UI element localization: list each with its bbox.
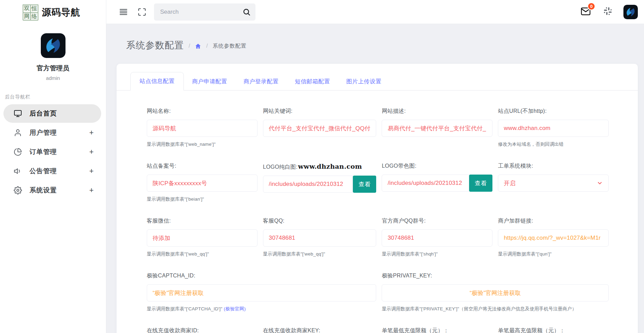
expand-plus-icon[interactable]: + xyxy=(89,186,94,195)
site-info-form: 网站名称: 源码导航 显示调用数据库表"['web_name']" 网站关键词:… xyxy=(117,91,638,333)
field-private-key: 极验PRIVATE_KEY: “极验”官网注册获取 显示调用数据库表"['PRI… xyxy=(382,272,609,312)
brand-logo: 双 恒 网 络 xyxy=(23,4,38,20)
mail-button[interactable]: 0 xyxy=(581,6,591,18)
field-group-link: 商户加群链接: https://jq.qq.com/?_wv=1027&k=M1… xyxy=(498,217,609,257)
group-link-input[interactable]: https://jq.qq.com/?_wv=1027&k=M1r xyxy=(498,229,609,247)
logo-color-input[interactable]: /includes/uploads/20210312 xyxy=(382,175,469,192)
service-wechat-input[interactable]: 待添加 xyxy=(147,229,258,247)
field-site-keywords: 网站关键词: 代付平台_支付宝代付_微信代付_QQ付 xyxy=(263,108,377,147)
tab-merchant-apply[interactable]: 商户申请配置 xyxy=(184,73,235,91)
field-icp-number: 站点备案号: 陕ICP备xxxxxxxxx号 显示调用数据库表"['beian'… xyxy=(147,163,258,202)
tab-sms-email[interactable]: 短信邮箱配置 xyxy=(287,73,338,91)
speaker-icon xyxy=(14,167,22,175)
sidebar-item-dashboard[interactable]: 后台首页 xyxy=(3,104,101,123)
fullscreen-icon[interactable] xyxy=(138,8,146,16)
topbar-avatar[interactable] xyxy=(623,5,638,19)
expand-plus-icon[interactable]: + xyxy=(89,128,94,137)
tabs: 站点信息配置 商户申请配置 商户登录配置 短信邮箱配置 图片上传设置 xyxy=(117,72,638,91)
field-site-url: 站点URL(不加http): www.dhzhan.com 修改为本站域名，否则… xyxy=(498,108,609,147)
tab-merchant-login[interactable]: 商户登录配置 xyxy=(235,73,287,91)
expand-plus-icon[interactable]: + xyxy=(89,167,94,176)
main-content: 系统参数配置 / / 系统参数配置 站点信息配置 商户申请配置 商户登录配置 短… xyxy=(106,39,644,333)
field-ticket-module: 工单系统模块: 开启 xyxy=(498,163,609,202)
field-min-recharge: 单笔最低充值限额（元）： xyxy=(382,327,492,333)
sidebar-nav: 后台首页 用户管理 + 订单管理 + 公告管理 + xyxy=(0,104,106,200)
field-max-recharge: 单笔最高充值限额（元）： xyxy=(498,327,609,333)
profile-block: 官方管理员 admin xyxy=(0,33,106,81)
field-service-wechat: 客服微信: 待添加 显示调用数据库表"['web_qq']" xyxy=(147,217,258,257)
site-url-input[interactable]: www.dhzhan.com xyxy=(498,120,609,137)
icp-number-input[interactable]: 陕ICP备xxxxxxxxx号 xyxy=(147,175,258,192)
field-logo-color: LOGO带色图: /includes/uploads/20210312 查看 xyxy=(382,163,492,202)
field-site-description: 网站描述: 易商代付_一键代付平台_支付宝代付_ xyxy=(382,108,492,147)
field-merchant-qq-group: 官方商户QQ群号: 30748681 显示调用数据库表"['shqh']" xyxy=(382,217,492,257)
menu-icon[interactable] xyxy=(118,8,129,16)
expand-plus-icon[interactable]: + xyxy=(89,147,94,156)
sidebar-item-settings[interactable]: 系统设置 + xyxy=(3,181,101,200)
search-box xyxy=(154,3,255,21)
logo-white-preview: www.dhzhan.com xyxy=(298,163,362,170)
field-site-name: 网站名称: 源码导航 显示调用数据库表"['web_name']" xyxy=(147,108,258,147)
settings-card: 站点信息配置 商户申请配置 商户登录配置 短信邮箱配置 图片上传设置 网站名称:… xyxy=(117,64,638,333)
sidebar: 双 恒 网 络 源码导航 官方管理员 admin 后台导航栏 后台首页 xyxy=(0,0,106,333)
breadcrumb: 系统参数配置 / / 系统参数配置 xyxy=(126,39,644,51)
search-input[interactable] xyxy=(154,9,255,15)
logo-white-input[interactable]: /includes/uploads/20210312 xyxy=(263,176,353,193)
field-recharge-merchant-id: 在线充值收款商家ID: xyxy=(147,327,258,333)
pie-chart-icon xyxy=(14,148,22,156)
profile-name: 官方管理员 xyxy=(0,64,106,73)
breadcrumb-current: 系统参数配置 xyxy=(213,43,247,50)
user-icon xyxy=(14,129,22,137)
site-keywords-input[interactable]: 代付平台_支付宝代付_微信代付_QQ付 xyxy=(263,120,377,137)
nav-section-label: 后台导航栏 xyxy=(5,94,106,100)
sidebar-item-announcements[interactable]: 公告管理 + xyxy=(3,162,101,180)
gear-icon xyxy=(14,186,22,194)
geetest-link[interactable]: (极验官网) xyxy=(224,306,246,311)
field-service-qq: 客服QQ: 30748681 显示调用数据库表"['web_qq']" xyxy=(263,217,377,257)
topbar: 0 xyxy=(106,0,644,24)
field-captcha-id: 极验CAPTCHA_ID: “极验”官网注册获取 显示调用数据库表"['CAPT… xyxy=(147,272,376,312)
merchant-qq-group-input[interactable]: 30748681 xyxy=(382,229,492,247)
ticket-module-select[interactable]: 开启 xyxy=(498,175,609,192)
apps-icon[interactable] xyxy=(603,7,612,17)
brand[interactable]: 双 恒 网 络 源码导航 xyxy=(0,0,106,24)
home-icon[interactable] xyxy=(195,43,201,49)
chevron-down-icon xyxy=(597,180,603,186)
field-logo-white: LOGO纯白图: www.dhzhan.com /includes/upload… xyxy=(263,163,377,202)
field-recharge-merchant-key: 在线充值收款商家KEY: xyxy=(263,327,377,333)
monitor-icon xyxy=(14,109,22,118)
mail-badge: 0 xyxy=(587,2,595,10)
site-name-input[interactable]: 源码导航 xyxy=(147,120,258,137)
service-qq-input[interactable]: 30748681 xyxy=(263,229,377,247)
page-title: 系统参数配置 xyxy=(126,39,184,51)
brand-title: 源码导航 xyxy=(42,6,80,19)
view-logo-white-button[interactable]: 查看 xyxy=(353,176,376,193)
mail-icon xyxy=(581,12,591,17)
view-logo-color-button[interactable]: 查看 xyxy=(469,175,492,192)
tab-image-upload[interactable]: 图片上传设置 xyxy=(338,73,390,91)
search-icon[interactable] xyxy=(242,8,251,17)
tab-site-info[interactable]: 站点信息配置 xyxy=(130,72,184,91)
sidebar-item-orders[interactable]: 订单管理 + xyxy=(3,143,101,161)
captcha-id-input[interactable]: “极验”官网注册获取 xyxy=(147,284,376,301)
sidebar-item-users[interactable]: 用户管理 + xyxy=(3,123,101,142)
profile-role: admin xyxy=(0,75,106,81)
private-key-input[interactable]: “极验”官网注册获取 xyxy=(382,284,609,301)
profile-avatar[interactable] xyxy=(41,33,65,58)
site-description-input[interactable]: 易商代付_一键代付平台_支付宝代付_ xyxy=(382,120,492,137)
